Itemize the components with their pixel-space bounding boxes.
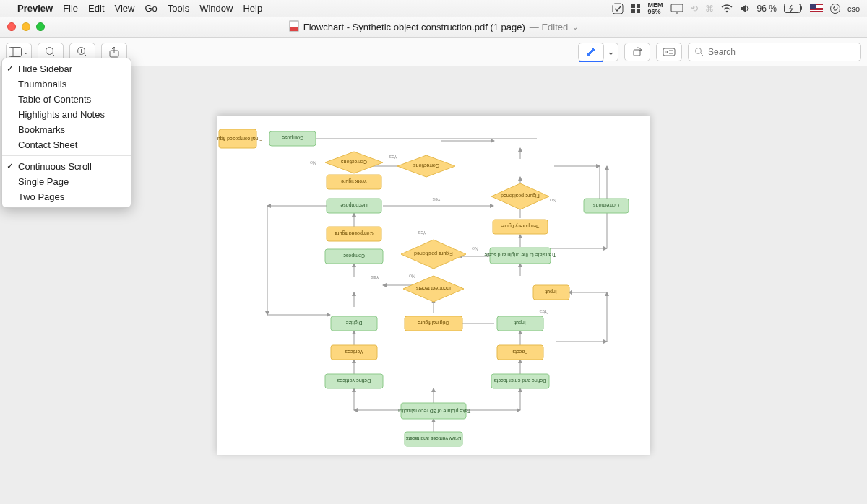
svg-text:Corrections: Corrections bbox=[341, 160, 367, 165]
menu-go[interactable]: Go bbox=[144, 3, 157, 14]
svg-rect-1 bbox=[631, 4, 635, 8]
svg-text:Compose: Compose bbox=[282, 135, 303, 141]
svg-line-14 bbox=[53, 53, 56, 56]
menu-help[interactable]: Help bbox=[243, 3, 262, 14]
svg-point-24 bbox=[665, 51, 668, 53]
menu-hide-sidebar[interactable]: Hide Sidebar bbox=[2, 61, 131, 77]
menu-single-page[interactable]: Single Page bbox=[2, 174, 131, 189]
svg-text:Vertices: Vertices bbox=[345, 349, 363, 355]
svg-text:Work figure: Work figure bbox=[341, 178, 367, 184]
svg-text:Decompose: Decompose bbox=[340, 202, 367, 208]
svg-rect-4 bbox=[637, 9, 640, 13]
flag-us-icon[interactable] bbox=[810, 4, 823, 12]
svg-text:Incorrect facets: Incorrect facets bbox=[416, 286, 451, 291]
menu-file[interactable]: File bbox=[63, 3, 78, 14]
mem-indicator[interactable]: MEM96% bbox=[648, 2, 663, 15]
svg-text:Corrections: Corrections bbox=[593, 203, 619, 208]
checkmark-circle-icon[interactable] bbox=[612, 3, 624, 14]
minimize-button[interactable] bbox=[22, 22, 30, 31]
svg-line-28 bbox=[701, 53, 704, 56]
svg-rect-2 bbox=[637, 4, 640, 8]
svg-text:Yes: Yes bbox=[432, 197, 441, 202]
svg-text:Compose: Compose bbox=[343, 253, 365, 258]
menu-two-pages[interactable]: Two Pages bbox=[2, 189, 131, 204]
menu-tools[interactable]: Tools bbox=[168, 3, 189, 14]
menu-contact-sheet[interactable]: Contact Sheet bbox=[2, 137, 131, 152]
svg-text:No: No bbox=[409, 274, 415, 279]
fullscreen-button[interactable] bbox=[36, 22, 45, 31]
pdf-page: Draw vertices and facets Take picture of… bbox=[217, 116, 650, 455]
menu-edit[interactable]: Edit bbox=[88, 3, 104, 14]
svg-point-27 bbox=[696, 48, 702, 54]
menu-thumbnails[interactable]: Thumbnails bbox=[2, 77, 131, 92]
svg-text:Draw vertices and facets: Draw vertices and facets bbox=[405, 436, 461, 441]
svg-text:Figure positioned: Figure positioned bbox=[414, 251, 453, 256]
close-button[interactable] bbox=[7, 22, 16, 31]
search-icon bbox=[694, 47, 704, 56]
svg-text:Yes: Yes bbox=[389, 155, 397, 160]
sidebar-view-menu: Hide Sidebar Thumbnails Table of Content… bbox=[1, 58, 131, 208]
bluetooth-icon[interactable]: ⌘ bbox=[705, 4, 714, 14]
sync-icon[interactable]: ↻ bbox=[830, 4, 840, 14]
svg-rect-8 bbox=[801, 6, 802, 10]
volume-icon[interactable] bbox=[740, 4, 750, 13]
svg-text:Figure positioned: Figure positioned bbox=[501, 193, 540, 199]
svg-point-6 bbox=[725, 10, 728, 12]
markup-dropdown-button[interactable]: ⌄ bbox=[604, 43, 618, 61]
menu-window[interactable]: Window bbox=[199, 3, 233, 14]
svg-text:Input: Input bbox=[514, 320, 526, 326]
svg-text:Facets: Facets bbox=[512, 349, 528, 355]
svg-text:Yes: Yes bbox=[539, 310, 548, 315]
svg-text:No: No bbox=[472, 246, 478, 251]
menu-bookmarks[interactable]: Bookmarks bbox=[2, 122, 131, 137]
grid-icon[interactable] bbox=[631, 4, 641, 14]
svg-rect-10 bbox=[290, 27, 298, 31]
svg-rect-22 bbox=[634, 50, 640, 56]
menu-continuous-scroll[interactable]: Continuous Scroll bbox=[2, 159, 131, 174]
svg-text:Translate to the origin and sc: Translate to the origin and scale bbox=[484, 252, 556, 258]
flowchart-svg: Draw vertices and facets Take picture of… bbox=[217, 116, 650, 455]
battery-icon[interactable] bbox=[784, 4, 803, 13]
svg-text:Corrections: Corrections bbox=[413, 163, 439, 168]
time-machine-icon[interactable]: ⟲ bbox=[691, 4, 698, 14]
form-button[interactable] bbox=[656, 43, 682, 61]
wifi-icon[interactable] bbox=[721, 4, 733, 13]
svg-text:Composed figure: Composed figure bbox=[335, 230, 373, 236]
rotate-button[interactable] bbox=[624, 43, 650, 61]
user-label[interactable]: cso bbox=[847, 4, 860, 13]
markup-button[interactable] bbox=[578, 43, 604, 61]
document-title: Flowchart - Synthetic object constructio… bbox=[303, 22, 525, 32]
title-chevron-icon[interactable]: ⌄ bbox=[572, 23, 578, 31]
svg-text:Original figure: Original figure bbox=[418, 320, 449, 326]
svg-text:Digitize: Digitize bbox=[345, 320, 362, 326]
battery-percentage: 96 % bbox=[757, 4, 777, 14]
svg-rect-5 bbox=[671, 4, 683, 12]
search-field[interactable] bbox=[688, 43, 861, 61]
svg-text:Temporary figure: Temporary figure bbox=[501, 223, 540, 229]
screen-mirror-icon[interactable] bbox=[670, 4, 683, 14]
app-name[interactable]: Preview bbox=[17, 3, 53, 14]
svg-text:Take picture of 3D reconstruct: Take picture of 3D reconstruction bbox=[397, 408, 470, 414]
svg-text:No: No bbox=[550, 198, 556, 203]
svg-rect-0 bbox=[613, 4, 623, 14]
menu-highlights-notes[interactable]: Highlights and Notes bbox=[2, 107, 131, 122]
svg-text:Final composed figure: Final composed figure bbox=[217, 136, 262, 142]
svg-text:Yes: Yes bbox=[418, 230, 426, 235]
menu-toc[interactable]: Table of Contents bbox=[2, 92, 131, 107]
svg-rect-11 bbox=[9, 47, 22, 56]
document-edited-label: — Edited bbox=[530, 22, 569, 32]
svg-line-17 bbox=[85, 53, 87, 56]
svg-text:Input: Input bbox=[545, 289, 557, 295]
window-titlebar: Flowchart - Synthetic object constructio… bbox=[0, 17, 867, 38]
system-menubar: Preview File Edit View Go Tools Window H… bbox=[0, 0, 867, 17]
svg-text:No: No bbox=[310, 160, 316, 165]
svg-text:Yes: Yes bbox=[371, 275, 379, 280]
svg-text:Define vertices: Define vertices bbox=[337, 378, 371, 383]
svg-rect-3 bbox=[631, 9, 635, 13]
pdf-icon bbox=[289, 20, 299, 34]
window-controls bbox=[7, 22, 45, 31]
search-input[interactable] bbox=[708, 47, 855, 57]
svg-text:Define and enter facets: Define and enter facets bbox=[493, 378, 546, 383]
menu-view[interactable]: View bbox=[115, 3, 135, 14]
